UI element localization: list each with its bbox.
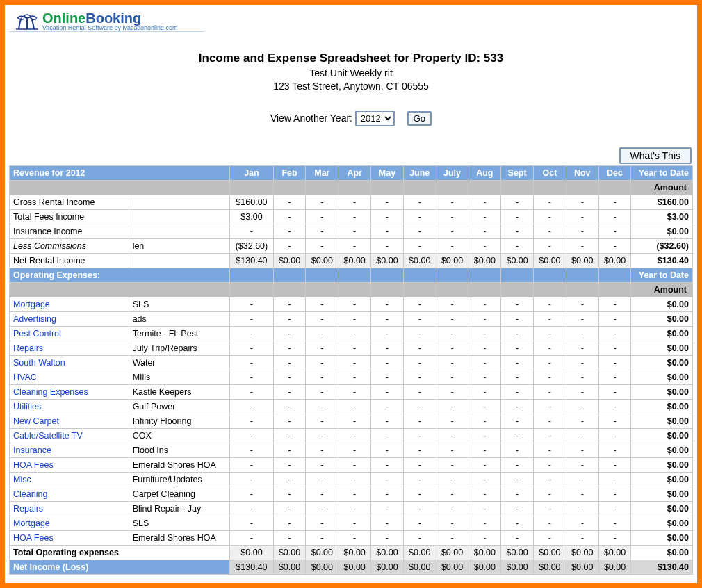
month-cell: - (306, 457, 338, 472)
logo: OnlineBooking Vacation Rental Software b… (9, 9, 204, 32)
month-cell: $0.00 (371, 560, 404, 574)
row-vendor: Water (129, 355, 230, 370)
month-cell: - (468, 238, 501, 253)
row-vendor (129, 209, 230, 224)
month-cell: - (436, 195, 468, 209)
month-cell: - (403, 370, 436, 384)
month-header: Dec (598, 165, 631, 180)
row-label[interactable]: Pest Control (10, 326, 129, 341)
row-label: Less Commissions (10, 238, 129, 253)
month-cell: - (338, 370, 371, 384)
month-cell: - (468, 311, 501, 326)
month-header: Nov (566, 165, 598, 180)
month-cell: - (338, 428, 371, 443)
row-label[interactable]: Cleaning Expenses (10, 384, 129, 399)
month-cell: - (403, 341, 436, 355)
month-cell: - (534, 326, 566, 341)
row-label[interactable]: HVAC (10, 370, 129, 384)
month-cell: - (403, 399, 436, 414)
row-label[interactable]: Repairs (10, 501, 129, 516)
month-cell: - (403, 209, 436, 224)
month-cell: - (501, 326, 534, 341)
row-label[interactable]: Advertising (10, 311, 129, 326)
month-cell: - (306, 311, 338, 326)
row-label[interactable]: Mortgage (10, 297, 129, 311)
month-header: Sept (501, 165, 534, 180)
month-cell: - (566, 195, 598, 209)
month-cell: - (436, 238, 468, 253)
month-cell: - (338, 326, 371, 341)
row-label[interactable]: HOA Fees (10, 530, 129, 545)
month-cell: - (598, 370, 631, 384)
row-label[interactable]: South Walton (10, 355, 129, 370)
month-cell: - (534, 472, 566, 487)
unit-name: Test Unit Weekly rit (9, 67, 693, 81)
month-cell: - (598, 487, 631, 501)
month-cell: - (230, 399, 273, 414)
row-label[interactable]: Misc (10, 472, 129, 487)
jan-cell: ($32.60) (230, 238, 273, 253)
net-income-row: Net Income (Loss)$130.40$0.00$0.00$0.00$… (10, 560, 693, 574)
month-cell: $0.00 (338, 253, 371, 268)
month-cell: - (436, 297, 468, 311)
month-cell: - (306, 487, 338, 501)
month-cell: - (371, 297, 404, 311)
month-header: Oct (534, 165, 566, 180)
month-cell: - (436, 472, 468, 487)
month-cell: - (230, 326, 273, 341)
month-cell: - (501, 487, 534, 501)
row-vendor: Blind Repair - Jay (129, 501, 230, 516)
month-cell: - (306, 224, 338, 238)
month-cell: - (306, 326, 338, 341)
month-cell: - (371, 355, 404, 370)
row-label[interactable]: Repairs (10, 341, 129, 355)
month-cell: - (436, 414, 468, 428)
month-cell: $0.00 (566, 545, 598, 560)
month-cell: - (306, 472, 338, 487)
row-label[interactable]: Cleaning (10, 487, 129, 501)
month-cell: - (468, 224, 501, 238)
row-vendor: SLS (129, 516, 230, 530)
row-label[interactable]: Utilities (10, 399, 129, 414)
month-cell: - (468, 297, 501, 311)
go-button[interactable]: Go (407, 111, 432, 126)
month-cell: - (566, 457, 598, 472)
year-picker-label: View Another Year: (270, 113, 352, 124)
year-select[interactable]: 2012 (355, 111, 395, 126)
month-cell: - (338, 355, 371, 370)
month-cell: - (403, 530, 436, 545)
row-label[interactable]: Cable/Satellite TV (10, 428, 129, 443)
row-label[interactable]: Insurance (10, 443, 129, 457)
ytd-cell: ($32.60) (631, 238, 693, 253)
row-vendor: Emerald Shores HOA (129, 457, 230, 472)
month-cell: - (403, 443, 436, 457)
revenue-row: Total Fees Income$3.00-----------$3.00 (10, 209, 693, 224)
month-cell: - (306, 370, 338, 384)
row-label[interactable]: Mortgage (10, 516, 129, 530)
month-cell: - (468, 472, 501, 487)
month-cell: - (403, 195, 436, 209)
month-cell: $0.00 (534, 560, 566, 574)
month-cell: - (403, 457, 436, 472)
month-cell: - (230, 457, 273, 472)
month-cell: - (566, 297, 598, 311)
month-cell: - (566, 341, 598, 355)
month-cell: - (468, 355, 501, 370)
month-cell: - (534, 501, 566, 516)
month-cell: - (501, 457, 534, 472)
expense-row: InsuranceFlood Ins------------$0.00 (10, 443, 693, 457)
month-cell: - (598, 238, 631, 253)
jan-cell: $0.00 (230, 545, 273, 560)
whats-this-button[interactable]: What's This (619, 147, 692, 164)
month-cell: - (468, 501, 501, 516)
row-label[interactable]: New Carpet (10, 414, 129, 428)
month-cell: - (306, 399, 338, 414)
row-label[interactable]: HOA Fees (10, 457, 129, 472)
month-cell: - (566, 384, 598, 399)
expense-row: HOA FeesEmerald Shores HOA------------$0… (10, 530, 693, 545)
month-cell: - (436, 224, 468, 238)
month-cell: - (230, 428, 273, 443)
month-cell: - (534, 195, 566, 209)
month-cell: - (371, 224, 404, 238)
ytd-cell: $130.40 (631, 253, 693, 268)
